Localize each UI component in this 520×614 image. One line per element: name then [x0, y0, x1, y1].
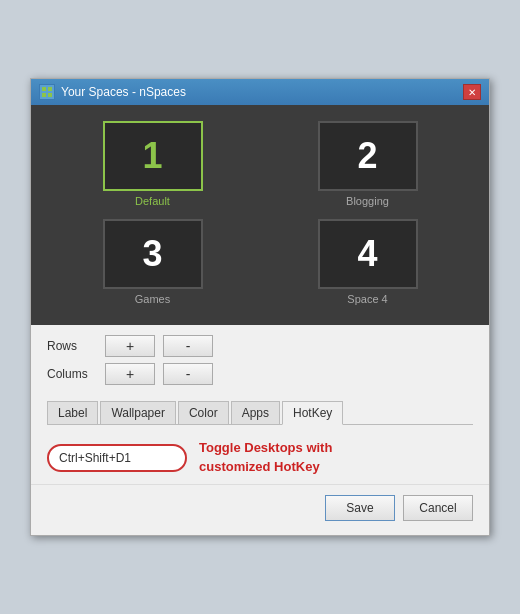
- cols-label: Colums: [47, 367, 97, 381]
- tab-hotkey[interactable]: HotKey: [282, 401, 343, 425]
- space-item-2[interactable]: 2 Blogging: [266, 121, 469, 207]
- space-label-4: Space 4: [347, 293, 387, 305]
- close-button[interactable]: ✕: [463, 84, 481, 100]
- hotkey-input[interactable]: [47, 444, 187, 472]
- rows-label: Rows: [47, 339, 97, 353]
- space-number-3: 3: [142, 233, 162, 275]
- tabs-area: Label Wallpaper Color Apps HotKey Toggle…: [31, 401, 489, 483]
- tabs-row: Label Wallpaper Color Apps HotKey: [47, 401, 473, 425]
- hotkey-desc-line1: Toggle Desktops with: [199, 440, 332, 455]
- cols-minus-button[interactable]: -: [163, 363, 213, 385]
- cols-plus-button[interactable]: +: [105, 363, 155, 385]
- svg-rect-0: [42, 87, 46, 91]
- spaces-grid: 1 Default 2 Blogging 3 Games 4 Space 4: [31, 105, 489, 325]
- tab-label[interactable]: Label: [47, 401, 98, 424]
- space-item-1[interactable]: 1 Default: [51, 121, 254, 207]
- title-bar-left: Your Spaces - nSpaces: [39, 84, 186, 100]
- main-window: Your Spaces - nSpaces ✕ 1 Default 2 Blog…: [30, 78, 490, 535]
- tab-apps[interactable]: Apps: [231, 401, 280, 424]
- space-number-2: 2: [357, 135, 377, 177]
- space-label-3: Games: [135, 293, 170, 305]
- space-box-2[interactable]: 2: [318, 121, 418, 191]
- app-icon: [39, 84, 55, 100]
- rows-minus-button[interactable]: -: [163, 335, 213, 357]
- svg-rect-2: [42, 93, 46, 97]
- space-label-1: Default: [135, 195, 170, 207]
- save-button[interactable]: Save: [325, 495, 395, 521]
- cancel-button[interactable]: Cancel: [403, 495, 473, 521]
- space-box-1[interactable]: 1: [103, 121, 203, 191]
- space-number-4: 4: [357, 233, 377, 275]
- space-item-4[interactable]: 4 Space 4: [266, 219, 469, 305]
- space-item-3[interactable]: 3 Games: [51, 219, 254, 305]
- tab-color[interactable]: Color: [178, 401, 229, 424]
- tab-content-hotkey: Toggle Desktops with customized HotKey: [47, 425, 473, 483]
- svg-rect-1: [48, 87, 52, 91]
- footer: Save Cancel: [31, 484, 489, 535]
- space-number-1: 1: [142, 135, 162, 177]
- window-title: Your Spaces - nSpaces: [61, 85, 186, 99]
- tab-wallpaper[interactable]: Wallpaper: [100, 401, 176, 424]
- hotkey-input-wrapper: Toggle Desktops with customized HotKey: [47, 439, 473, 475]
- title-bar: Your Spaces - nSpaces ✕: [31, 79, 489, 105]
- rows-plus-button[interactable]: +: [105, 335, 155, 357]
- hotkey-description: Toggle Desktops with customized HotKey: [199, 439, 332, 475]
- cols-control: Colums + -: [47, 363, 473, 385]
- rows-control: Rows + -: [47, 335, 473, 357]
- svg-rect-3: [48, 93, 52, 97]
- hotkey-desc-line2: customized HotKey: [199, 459, 320, 474]
- space-box-3[interactable]: 3: [103, 219, 203, 289]
- controls-area: Rows + - Colums + -: [31, 325, 489, 401]
- space-label-2: Blogging: [346, 195, 389, 207]
- space-box-4[interactable]: 4: [318, 219, 418, 289]
